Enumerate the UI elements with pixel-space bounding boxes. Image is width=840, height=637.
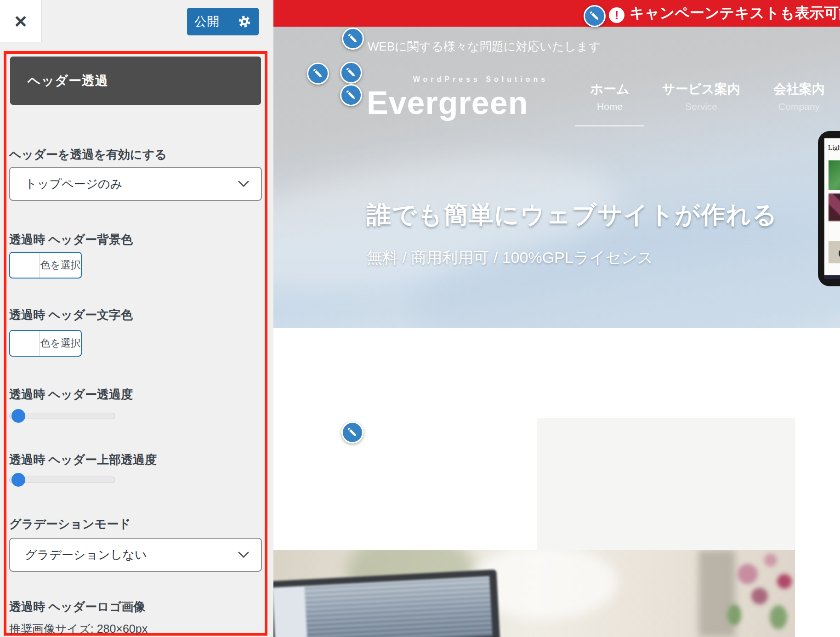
- gear-icon: [238, 15, 251, 28]
- hero-title: 誰でも簡単にウェブサイトが作れる: [367, 199, 778, 232]
- logo-subtitle: WordPress Solutions: [413, 75, 549, 84]
- flower-leaf-blob: [727, 604, 741, 626]
- pencil-icon: [347, 33, 358, 44]
- customizer-topbar: × 公開: [0, 0, 273, 42]
- bg-color-picker-label: 色を選択: [40, 253, 81, 278]
- flower-blob: [738, 564, 758, 584]
- flower-blob: [777, 574, 792, 589]
- pencil-icon: [312, 68, 324, 79]
- phone-site-title: Light: [828, 144, 840, 152]
- alert-circle-icon: !: [609, 7, 624, 23]
- pencil-icon: [346, 90, 357, 101]
- chevron-down-icon: [238, 552, 249, 558]
- edit-content-pencil-button[interactable]: [341, 421, 363, 444]
- customizer-panel: × 公開 ヘッダー透過 ヘッダーを透過を有効にする トップページのみ: [0, 0, 273, 637]
- bg-color-picker-button[interactable]: 色を選択: [9, 252, 82, 279]
- text-color-picker-button[interactable]: 色を選択: [9, 330, 82, 357]
- text-color-swatch: [10, 331, 40, 356]
- enable-transparency-value: トップページのみ: [25, 176, 122, 192]
- nav-service-jp: サービス案内: [662, 82, 740, 96]
- bg-color-label: 透過時 ヘッダー背景色: [9, 232, 257, 247]
- publish-button[interactable]: 公開: [194, 13, 219, 30]
- nav-service-en: Service: [662, 101, 740, 112]
- phone-people-image: [829, 241, 840, 263]
- edit-campaign-pencil-button[interactable]: [584, 5, 606, 27]
- header-top-opacity-slider[interactable]: [9, 473, 115, 487]
- phone-mockup: Light: [818, 131, 840, 286]
- campaign-text: キャンペーンテキストも表示可能です: [630, 0, 840, 27]
- customizer-screen: × 公開 ヘッダー透過 ヘッダーを透過を有効にする トップページのみ: [0, 0, 840, 637]
- bg-color-swatch: [10, 253, 40, 278]
- publish-group: 公開: [187, 8, 259, 35]
- transparent-logo-label: 透過時 ヘッダーロゴ画像: [9, 599, 257, 614]
- gradient-mode-value: グラデーションしない: [25, 547, 147, 563]
- gradient-mode-label: グラデーションモード: [9, 517, 257, 531]
- close-button[interactable]: ×: [0, 0, 42, 42]
- nav-item-home[interactable]: ホーム Home: [590, 82, 629, 112]
- slider-thumb[interactable]: [11, 409, 25, 423]
- publish-settings-button[interactable]: [238, 15, 251, 28]
- edit-tagline-pencil-button[interactable]: [342, 28, 364, 50]
- flower-blob: [751, 588, 768, 604]
- header-opacity-slider[interactable]: [9, 409, 115, 423]
- pencil-icon: [346, 67, 357, 78]
- header-top-opacity-label: 透過時 ヘッダー上部透過度: [9, 452, 257, 467]
- laptop-screen: [273, 576, 493, 637]
- phone-footer-bar: [824, 275, 840, 279]
- site-preview: ! キャンペーンテキストも表示可能です WEBに関する様々な問題に対応いたします…: [273, 0, 840, 637]
- photo-pillar: [698, 550, 735, 637]
- pencil-icon: [347, 427, 358, 438]
- close-icon: ×: [15, 11, 27, 32]
- gradient-mode-select[interactable]: グラデーションしない: [9, 538, 262, 572]
- enable-transparency-label: ヘッダーを透過を有効にする: [9, 147, 257, 162]
- chevron-down-icon: [238, 181, 249, 187]
- text-color-label: 透過時 ヘッダー文字色: [9, 307, 257, 322]
- nav-item-company[interactable]: 会社案内 Company: [773, 82, 825, 112]
- laptop-shape: [273, 569, 500, 637]
- nav-company-en: Company: [773, 101, 825, 112]
- slider-thumb[interactable]: [11, 473, 25, 487]
- header-opacity-label: 透過時 ヘッダー透過度: [9, 387, 257, 402]
- edit-logo-pencil-button[interactable]: [340, 62, 362, 84]
- nav-home-en: Home: [590, 101, 629, 112]
- nav-item-service[interactable]: サービス案内 Service: [662, 82, 740, 112]
- content-placeholder-box: [537, 418, 795, 550]
- hero-subtitle: 無料 / 商用利用可 / 100%GPLライセンス: [367, 247, 653, 268]
- phone-screen: Light: [824, 138, 840, 279]
- active-nav-underline: [575, 125, 644, 126]
- section-header[interactable]: ヘッダー透過: [10, 57, 261, 105]
- phone-flowers-image: [829, 193, 840, 221]
- exclamation-glyph: !: [615, 9, 619, 21]
- text-color-picker-label: 色を選択: [40, 331, 81, 356]
- nav-company-jp: 会社案内: [773, 82, 825, 96]
- pencil-icon: [589, 11, 600, 22]
- phone-plant-image: [829, 160, 840, 190]
- nav-home-jp: ホーム: [590, 82, 629, 96]
- flower-blob: [764, 554, 777, 567]
- logo-size-hint: 推奨画像サイズ: 280×60px: [9, 622, 257, 636]
- edit-header-pencil-button[interactable]: [307, 63, 329, 85]
- desk-photo: [273, 550, 795, 637]
- site-description: WEBに関する様々な問題に対応いたします: [368, 39, 601, 55]
- section-title: ヘッダー透過: [28, 72, 108, 90]
- site-logo[interactable]: Evergreen: [367, 85, 528, 120]
- flower-leaf-blob: [770, 605, 787, 629]
- edit-logo-image-pencil-button[interactable]: [340, 84, 362, 106]
- highlighted-section-outline: ヘッダー透過 ヘッダーを透過を有効にする トップページのみ 透過時 ヘッダー背景…: [4, 51, 267, 636]
- enable-transparency-select[interactable]: トップページのみ: [9, 167, 262, 201]
